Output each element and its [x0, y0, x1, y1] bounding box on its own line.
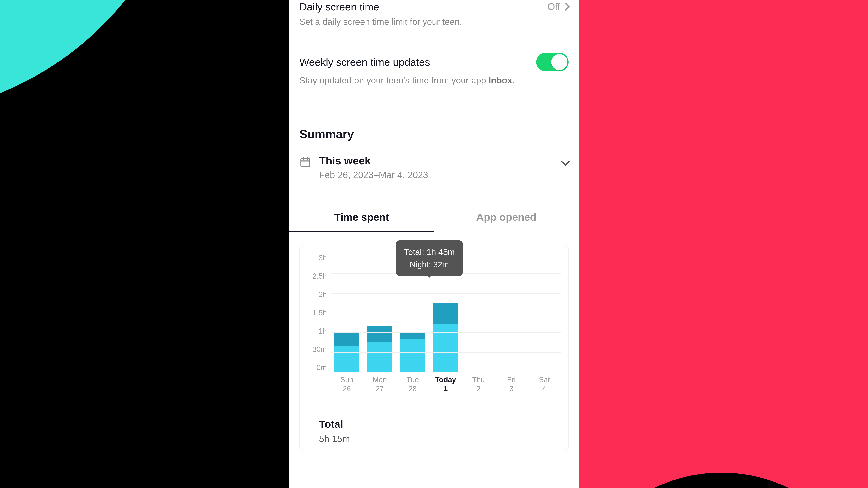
setting-value-chevron[interactable]: Off — [548, 1, 569, 12]
y-tick: 2.5h — [312, 272, 327, 281]
week-label: This week — [319, 154, 428, 167]
x-label-date: 2 — [466, 385, 491, 393]
setting-status: Off — [548, 1, 560, 12]
gridline — [331, 352, 561, 353]
y-tick: 0m — [316, 363, 327, 372]
y-tick: 1.5h — [312, 309, 327, 317]
x-label: Today1 — [433, 376, 458, 393]
subtitle-bold: Inbox — [488, 75, 512, 86]
chart-card: Total: 1h 45m Night: 32m 3h2.5h2h1.5h1h3… — [299, 244, 569, 452]
x-label: Sun26 — [335, 376, 359, 393]
week-selector[interactable]: This week Feb 26, 2023–Mar 4, 2023 — [289, 149, 579, 180]
x-label-day: Today — [433, 376, 458, 384]
week-range: Feb 26, 2023–Mar 4, 2023 — [319, 170, 428, 180]
x-label-date: 27 — [368, 385, 392, 393]
x-label: Fri3 — [499, 376, 524, 393]
gridline — [331, 332, 561, 333]
x-label-day: Sat — [532, 376, 557, 384]
chevron-right-icon — [562, 3, 570, 11]
bar-segment-day — [433, 324, 458, 372]
x-label: Mon27 — [368, 376, 392, 393]
x-label-day: Fri — [499, 376, 524, 384]
toggle-weekly-updates[interactable] — [536, 53, 569, 71]
bar-segment-day — [335, 346, 359, 372]
total-value: 5h 15m — [319, 433, 549, 444]
tabs: Time spent App opened — [289, 203, 579, 232]
x-label: Thu2 — [466, 376, 491, 393]
bar-segment-night — [433, 303, 458, 324]
y-tick: 2h — [319, 290, 327, 299]
x-label-date: 26 — [335, 385, 359, 393]
bar-segment-night — [368, 326, 392, 342]
x-label: Sat4 — [532, 376, 557, 393]
x-axis-labels: Sun26Mon27Tue28Today1Thu2Fri3Sat4 — [307, 372, 561, 393]
setting-weekly-updates: Weekly screen time updates Stay updated … — [289, 53, 579, 86]
subtitle-post: . — [512, 75, 515, 86]
chevron-down-icon — [561, 157, 570, 166]
total-label: Total — [319, 418, 549, 430]
tooltip-night: Night: 32m — [404, 258, 455, 270]
x-label-date: 28 — [400, 385, 425, 393]
bar-segment-day — [400, 339, 425, 372]
y-axis: 3h2.5h2h1.5h1h30m0m — [307, 254, 331, 372]
setting-title: Weekly screen time updates — [299, 56, 430, 68]
setting-title: Daily screen time — [299, 1, 379, 13]
gridline — [331, 313, 561, 313]
chart-tooltip: Total: 1h 45m Night: 32m — [396, 240, 463, 276]
x-label-date: 4 — [532, 385, 557, 393]
x-label-date: 3 — [499, 385, 524, 393]
tooltip-total: Total: 1h 45m — [404, 246, 455, 258]
bar-segment-night — [400, 332, 425, 339]
x-label: Tue28 — [400, 376, 425, 393]
x-label-day: Mon — [368, 376, 392, 384]
subtitle-pre: Stay updated on your teen's time from yo… — [299, 75, 488, 86]
setting-subtitle: Stay updated on your teen's time from yo… — [299, 74, 569, 86]
y-tick: 1h — [319, 327, 327, 335]
background-left — [0, 0, 289, 488]
x-label-day: Thu — [466, 376, 491, 384]
x-label-day: Sun — [335, 376, 359, 384]
y-tick: 3h — [319, 254, 327, 262]
phone-screen: Daily screen time Off Set a daily screen… — [289, 0, 579, 488]
calendar-icon — [299, 156, 311, 169]
tab-app-opened[interactable]: App opened — [434, 203, 579, 232]
bar-segment-night — [335, 332, 359, 346]
svg-rect-0 — [301, 158, 310, 166]
x-label-date: 1 — [433, 385, 458, 393]
background-right — [579, 0, 868, 488]
x-label-day: Tue — [400, 376, 425, 384]
setting-daily-screen-time[interactable]: Daily screen time Off Set a daily screen… — [289, 0, 579, 28]
gridline — [331, 293, 561, 294]
y-tick: 30m — [312, 345, 327, 354]
setting-subtitle: Set a daily screen time limit for your t… — [299, 16, 569, 28]
bar-segment-day — [368, 342, 392, 372]
tab-time-spent[interactable]: Time spent — [289, 203, 434, 232]
gridline — [331, 372, 561, 372]
summary-title: Summary — [289, 104, 579, 149]
total-block: Total 5h 15m — [307, 393, 561, 444]
